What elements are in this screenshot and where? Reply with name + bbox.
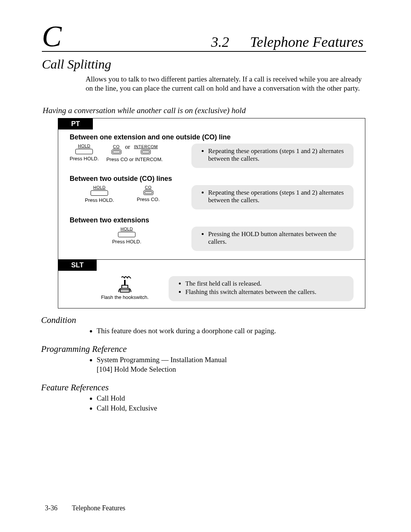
press-label: Press CO or INTERCOM. [107,157,163,162]
or-word: or [124,144,132,156]
button-label: INTERCOM [134,144,158,149]
slt-row: Flash the hookswitch. The first held cal… [58,271,365,308]
chapter-letter: C [42,19,62,53]
feature-refs-list: Call Hold Call Hold, Exclusive [41,393,365,413]
manual-page: C 3.2Telephone Features Call Splitting A… [0,0,411,532]
note-bubble: Pressing the HOLD button alternates betw… [191,227,354,251]
step-cluster: HOLD Press HOLD. CO Press CO. [70,185,184,203]
condition-list: This feature does not work during a door… [41,326,365,336]
press-label: Flash the hookswitch. [96,294,153,300]
intro-paragraph: Allows you to talk to two different part… [86,75,365,93]
svg-rect-2 [120,290,129,292]
pt-group-2: Between two extensions HOLD Press HOLD. … [58,212,365,257]
header-right: 3.2Telephone Features [211,34,363,50]
press-label: Press CO. [137,197,160,202]
step-cluster: HOLD Press HOLD. [70,227,184,244]
condition-head: Condition [41,315,365,325]
group-row: HOLD Press HOLD. Pressing the HOLD butto… [70,227,354,251]
button-label: CO [112,144,121,149]
group-row: HOLD Press HOLD. CO or INTERCOM [70,144,354,168]
page-number: 3-36 [45,504,57,512]
button-icon [141,150,151,154]
co-button-diagram: CO [112,144,121,156]
button-icon [118,232,135,237]
group-title: Between two outside (CO) lines [70,175,354,183]
feature-ref-item: Call Hold, Exclusive [97,403,365,413]
button-icon [91,190,108,196]
note-bubble: Repeating these operations (steps 1 and … [191,144,354,168]
programming-list: System Programming — Installation Manual… [41,355,365,374]
hold-button-diagram: HOLD Press HOLD. [112,227,142,244]
pt-group-1: Between two outside (CO) lines HOLD Pres… [58,171,365,212]
pt-tab: PT [58,118,93,129]
hold-button-diagram: HOLD Press HOLD. [85,185,114,203]
button-icon [112,150,121,154]
note-text: Pressing the HOLD button alternates betw… [208,230,347,246]
page-title: Call Splitting [42,57,111,72]
feature-refs-head: Feature References [41,383,365,393]
below-sections: Condition This feature does not work dur… [41,307,365,413]
note-bubble: Repeating these operations (steps 1 and … [191,185,354,209]
group-title: Between one extension and one outside (C… [70,133,354,141]
hookswitch-icon [116,276,133,294]
condition-item: This feature does not work during a door… [97,326,365,336]
note-text: The first held call is released. [185,280,347,288]
press-label: Press HOLD. [112,239,142,244]
press-label: Press HOLD. [85,197,114,203]
co-button-diagram: CO Press CO. [137,185,160,202]
programming-sub: [104] Hold Mode Selection [97,365,176,373]
button-icon [143,190,153,195]
button-label: HOLD [112,227,142,231]
button-label: HOLD [85,185,114,190]
group-title: Between two extensions [70,216,354,224]
button-label: CO [137,185,160,190]
press-label: Press HOLD. [70,156,99,161]
note-text: Repeating these operations (steps 1 and … [208,147,347,163]
pt-group-0: Between one extension and one outside (C… [58,129,365,171]
hold-button-diagram: HOLD Press HOLD. [70,144,99,161]
svg-rect-1 [122,285,128,288]
intercom-button-diagram: INTERCOM [134,144,158,156]
co-or-intercom: CO or INTERCOM Press CO or INTERCOM. [107,144,163,162]
note-bubble: The first held call is released. Flashin… [169,276,354,301]
hookswitch-diagram: Flash the hookswitch. [96,276,153,300]
footer-label: Telephone Features [72,504,125,512]
header-section-title: Telephone Features [250,34,363,50]
button-label: HOLD [70,144,99,148]
procedure-diagram: PT Between one extension and one outside… [58,118,365,308]
subheading: Having a conversation while another call… [43,106,246,115]
page-footer: 3-36Telephone Features [45,504,125,512]
button-icon [75,149,93,154]
feature-ref-item: Call Hold [97,393,365,403]
header-rule [42,51,366,52]
section-number: 3.2 [211,34,229,50]
divider [58,259,365,260]
note-text: Flashing this switch alternates between … [185,288,347,296]
note-text: Repeating these operations (steps 1 and … [208,189,347,204]
programming-item: System Programming — Installation Manual… [97,355,365,374]
programming-item-text: System Programming — Installation Manual [97,356,227,364]
slt-tab: SLT [58,260,97,271]
step-cluster: HOLD Press HOLD. CO or INTERCOM [70,144,184,162]
group-row: HOLD Press HOLD. CO Press CO. Repeating … [70,185,354,209]
programming-head: Programming Reference [41,344,365,354]
